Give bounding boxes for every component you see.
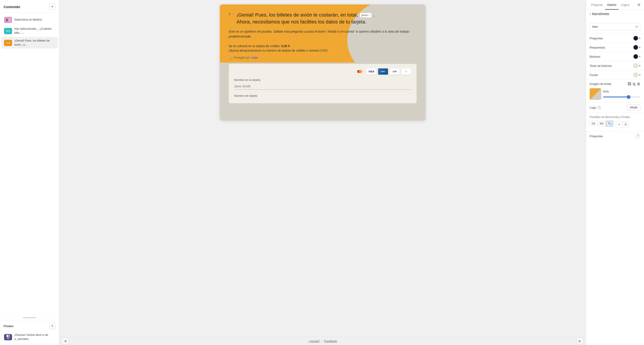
form-content: 3 → ¡Genial! Pues, los billetes de avión… [220,4,426,112]
welcome-screens-section: Pantallas de Bienvenida y Finales Gd Md … [586,113,644,131]
color-picker-texto-botones[interactable]: ▾ [633,63,640,68]
item-text-3: ¡Genial! Pues, los billetes de avión...u… [14,39,55,47]
feedback-link[interactable]: Feedback [324,340,337,343]
sidebar-header: Contenido + [0,0,59,13]
panel-bottom-row: Preguntas ? [586,131,644,141]
finales-header: Finales + [0,320,59,331]
question-number: 3 → [229,12,234,16]
charge-info: Se te cobrará en tu tarjeta de crédito: … [229,44,416,48]
badge-3: ≡ 3 [4,40,12,46]
visa-logo: VISA [366,68,376,75]
item-text-2: Has seleccionado _ ¿Cuántos bille...... [14,27,55,35]
bottom-bar: ◁| ¿Ayuda? | Feedback |▷ [59,337,586,345]
text-align-left-button[interactable]: ≡ [616,121,622,128]
jcb-logo: JCB [390,68,400,75]
brightness-slider[interactable] [603,96,640,97]
logo-help-icon[interactable]: ? [598,106,601,109]
color-row-respuestas: Respuestas ▾ [586,43,644,52]
color-row-fondo: Fondo ▾ [586,70,644,79]
color-dot-respuestas[interactable] [633,45,638,50]
bg-image-row: Imagen de fondo 🖼 ⧎ 🗑 Brillo [586,79,644,102]
text-align-buttons: ≡ ☰ [616,121,629,128]
text-align-right-button[interactable]: ☰ [622,121,629,128]
tab-logica[interactable]: Lógica [618,0,632,9]
color-dot-preguntas[interactable] [633,36,638,41]
color-picker-respuestas[interactable]: ▾ [633,45,640,50]
form-card: 3 → ¡Genial! Pues, los billetes de avión… [220,4,426,121]
chevron-botones[interactable]: ▾ [639,55,640,58]
text-size-md[interactable]: Md [598,121,606,126]
back-label: Barceloneta [592,12,609,16]
logo-label: Logo ? [590,106,601,109]
color-dot-botones[interactable] [633,54,638,59]
sidebar-item-2[interactable]: # 2 Has seleccionado _ ¿Cuántos bille...… [1,25,58,37]
chevron-texto-botones[interactable]: ▾ [639,64,640,67]
sidebar-title: Contenido [4,5,20,9]
back-row: ‹ Barceloneta [586,9,644,18]
color-picker-botones[interactable]: ▾ [633,54,640,59]
chevron-fondo[interactable]: ▾ [639,73,640,76]
left-sidebar: Contenido + 👤 1 Selecciona un destino: #… [0,0,59,345]
help-link[interactable]: ¿Ayuda? [308,340,320,343]
card-logos: VISA AMEX JCB ⊙ [234,68,411,75]
text-controls-row: Gd Md Pq ≡ ☰ [590,121,640,130]
chevron-respuestas[interactable]: ▾ [639,46,640,49]
sidebar-item-3[interactable]: ≡ 3 ¡Genial! Pues, los billetes de avión… [1,37,58,48]
price-tag-close[interactable]: × [368,13,370,17]
card-name-input[interactable] [234,83,411,90]
finales-title: Finales [4,325,14,328]
expand-icon: |▷ [579,340,582,343]
add-finales-button[interactable]: + [49,323,56,329]
text-size-buttons: Gd Md Pq [590,121,613,126]
badge-icon-3: ≡ [6,41,8,44]
color-label-fondo: Fondo [590,73,598,77]
diners-logo: ⊙ [402,68,411,75]
color-label-preguntas: Preguntas [590,37,603,40]
bg-image-controls: Brillo [590,88,640,100]
settings-button[interactable]: ⚙ [636,1,641,9]
color-picker-preguntas[interactable]: ▾ [633,36,640,41]
font-selector[interactable]: Inter Roboto Open Sans Lato Montserrat [590,23,640,30]
brightness-container: Brillo [603,90,640,98]
question-header: 3 → ¡Genial! Pues, los billetes de avión… [229,12,416,25]
stripe-badge: 🔒 Protegido por stripe [229,56,416,59]
add-logo-button[interactable]: Añadir [627,105,640,110]
badge-icon-1: 👤 [5,18,8,21]
question-mark-button[interactable]: ? [636,134,640,139]
color-row-preguntas: Preguntas ▾ [586,33,644,43]
sidebar-item-1[interactable]: 👤 1 Selecciona un destino: [1,15,58,25]
tab-pregunta[interactable]: Pregunta [589,0,605,9]
mastercard-logo [355,68,365,75]
bg-image-label: Imagen de fondo 🖼 ⧎ 🗑 [590,82,640,86]
bg-img-icon[interactable]: 🖼 [628,82,631,86]
finale-item-1[interactable]: ▐▌▌ A ¡Gracias! Vuelve dent ro de u...pe… [1,331,58,343]
color-picker-fondo[interactable]: ▾ [633,72,640,77]
card-name-field: Nombre en la tarjeta [234,78,411,90]
logo-row: Logo ? Añadir [586,102,644,113]
color-dot-texto-botones[interactable] [633,63,638,68]
notice-text: Este es un typeform de prueba. Sáltate e… [229,29,416,39]
payment-box: VISA AMEX JCB ⊙ [229,64,416,103]
expand-panel-button[interactable]: |▷ [577,338,583,344]
collapse-panel-button[interactable]: ◁| [62,338,68,344]
add-content-button[interactable]: + [49,3,56,10]
text-size-pq[interactable]: Pq [606,121,613,126]
card-name-label: Nombre en la tarjeta [234,78,411,81]
badge-number-3: 3 [8,41,10,44]
separator: | [322,339,322,343]
bg-sliders-icon[interactable]: ⧎ [632,82,636,86]
bg-trash-icon[interactable]: 🗑 [637,82,640,86]
price-tag: price × [360,13,372,18]
color-row-texto-botones: Texto de botones ▾ [586,61,644,70]
color-dot-fondo[interactable] [633,72,638,77]
finale-badge: ▐▌▌ A [4,334,12,340]
back-arrow-icon[interactable]: ‹ [590,12,591,16]
card-number-field: Número de tarjeta [234,94,411,97]
panel-bottom-label: Preguntas [590,134,603,138]
form-preview: 3 → ¡Genial! Pues, los billetes de avión… [59,0,586,337]
tab-diseno[interactable]: Diseño [605,0,618,9]
bg-thumbnail [590,88,601,100]
badge-2: # 2 [4,28,12,34]
chevron-preguntas[interactable]: ▾ [639,37,640,40]
text-size-gd[interactable]: Gd [590,121,597,126]
